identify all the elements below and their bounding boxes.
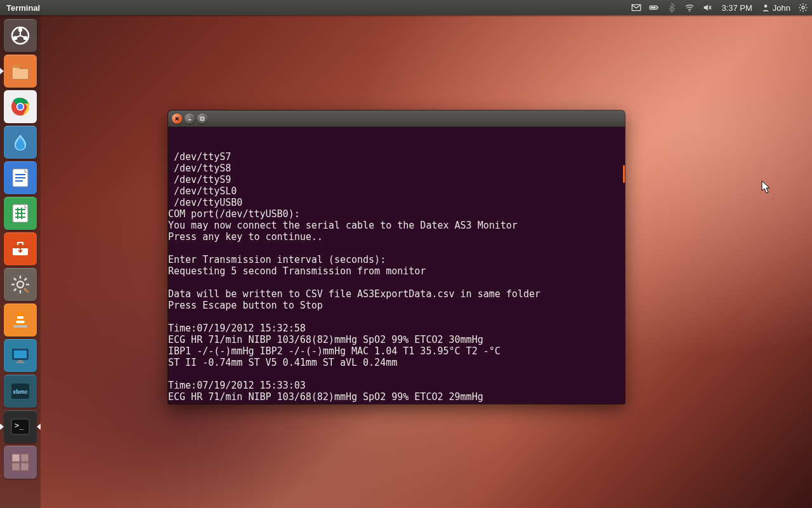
- remmina-icon: [9, 344, 32, 367]
- unity-launcher: xbmc>_: [0, 15, 41, 508]
- user-menu[interactable]: John: [757, 3, 794, 13]
- launcher-item-google-chrome[interactable]: [4, 90, 37, 123]
- svg-rect-53: [18, 360, 23, 362]
- deluge-icon: [9, 131, 32, 154]
- svg-rect-52: [14, 351, 27, 358]
- user-name: John: [773, 3, 790, 13]
- mouse-cursor: [761, 180, 771, 194]
- launcher-item-files-nautilus[interactable]: [4, 55, 37, 88]
- top-panel: Terminal 3:37 PM John: [0, 0, 812, 15]
- files-nautilus-icon: [9, 60, 32, 83]
- svg-rect-1: [658, 7, 658, 9]
- svg-rect-66: [201, 117, 204, 120]
- active-pip: [37, 424, 41, 430]
- svg-point-3: [690, 10, 691, 11]
- svg-line-22: [20, 36, 25, 37]
- minimize-icon: [187, 116, 192, 121]
- launcher-item-ubuntu-software[interactable]: [4, 232, 37, 265]
- launcher-item-libreoffice-writer[interactable]: [4, 161, 37, 194]
- svg-rect-59: [12, 454, 20, 462]
- svg-line-12: [800, 4, 801, 6]
- volume-icon: [702, 3, 712, 13]
- svg-rect-61: [12, 463, 20, 471]
- launcher-item-system-settings[interactable]: [4, 268, 37, 301]
- scrollbar-thumb[interactable]: [623, 165, 625, 183]
- svg-text:>_: >_: [15, 421, 24, 430]
- window-minimize-button[interactable]: [185, 114, 195, 124]
- system-settings-icon: [9, 273, 32, 296]
- svg-line-46: [14, 289, 16, 291]
- svg-point-39: [17, 281, 23, 288]
- svg-line-15: [805, 4, 806, 6]
- svg-line-47: [25, 278, 27, 281]
- svg-line-14: [800, 10, 801, 11]
- gear-icon: [798, 3, 808, 13]
- window-maximize-button[interactable]: [197, 114, 207, 124]
- svg-rect-54: [16, 362, 25, 363]
- window-close-button[interactable]: [172, 114, 182, 124]
- window-titlebar[interactable]: [168, 110, 625, 127]
- battery-icon: [649, 3, 659, 13]
- terminal-output[interactable]: /dev/ttyS7 /dev/ttyS8 /dev/ttyS9 /dev/tt…: [168, 127, 625, 404]
- active-app-title: Terminal: [0, 3, 46, 13]
- svg-text:xbmc: xbmc: [13, 389, 28, 395]
- mail-icon: [631, 3, 641, 13]
- user-icon: [761, 3, 770, 12]
- libreoffice-writer-icon: [9, 166, 32, 189]
- libreoffice-calc-icon: [9, 202, 32, 225]
- svg-rect-60: [21, 454, 29, 462]
- terminal-icon: >_: [9, 415, 32, 438]
- svg-rect-2: [651, 7, 656, 9]
- svg-point-6: [764, 4, 767, 8]
- launcher-item-remmina[interactable]: [4, 339, 37, 372]
- wifi-icon: [684, 3, 695, 13]
- svg-rect-23: [12, 65, 20, 68]
- dash-home-icon: [9, 24, 32, 47]
- svg-line-44: [14, 278, 16, 281]
- launcher-item-workspace-switcher[interactable]: [4, 446, 37, 479]
- vlc-icon: [9, 309, 32, 331]
- svg-point-26: [17, 104, 23, 109]
- svg-line-21: [16, 36, 20, 37]
- running-pip: [0, 424, 4, 430]
- launcher-item-vlc[interactable]: [4, 304, 37, 337]
- launcher-item-dash-home[interactable]: [4, 19, 37, 52]
- mail-indicator[interactable]: [627, 0, 645, 15]
- terminal-window[interactable]: /dev/ttyS7 /dev/ttyS8 /dev/ttyS9 /dev/tt…: [168, 110, 625, 404]
- clock[interactable]: 3:37 PM: [716, 3, 757, 13]
- bluetooth-icon: [667, 3, 677, 13]
- terminal-text: /dev/ttyS7 /dev/ttyS8 /dev/ttyS9 /dev/tt…: [168, 151, 625, 404]
- battery-indicator[interactable]: [645, 0, 663, 15]
- launcher-item-libreoffice-calc[interactable]: [4, 197, 37, 230]
- xbmc-icon: xbmc: [9, 380, 32, 403]
- svg-rect-62: [21, 463, 29, 471]
- svg-rect-48: [17, 316, 23, 319]
- launcher-item-xbmc[interactable]: xbmc: [4, 375, 37, 408]
- bluetooth-indicator[interactable]: [663, 0, 681, 15]
- ubuntu-software-icon: [9, 237, 32, 260]
- svg-rect-49: [16, 321, 25, 323]
- close-icon: [174, 116, 180, 121]
- launcher-item-deluge[interactable]: [4, 126, 37, 159]
- launcher-item-terminal[interactable]: >_: [4, 410, 37, 443]
- session-indicator[interactable]: [794, 0, 812, 15]
- google-chrome-icon: [9, 95, 32, 118]
- workspace-switcher-icon: [9, 451, 32, 474]
- running-pip: [0, 68, 4, 74]
- network-indicator[interactable]: [681, 0, 698, 15]
- volume-indicator[interactable]: [698, 0, 716, 15]
- maximize-icon: [200, 116, 205, 121]
- svg-line-13: [805, 10, 806, 11]
- svg-rect-50: [13, 325, 27, 328]
- svg-point-7: [802, 6, 804, 9]
